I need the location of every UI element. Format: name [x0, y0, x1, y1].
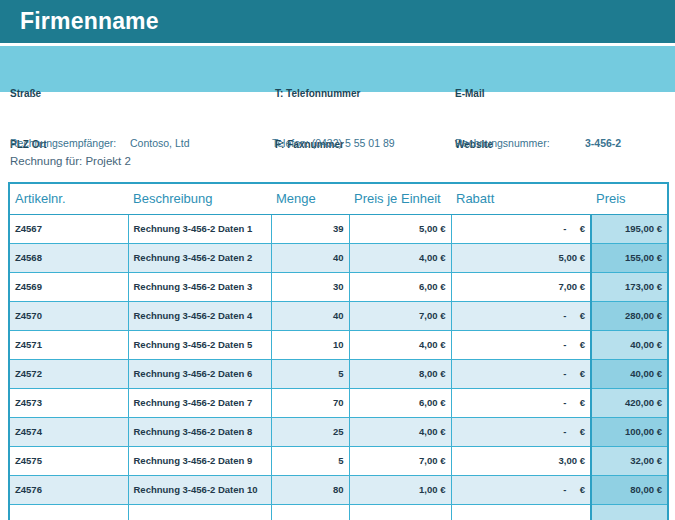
cell-discount: - €: [451, 475, 591, 504]
cell-description: Rechnung 3-456-2 Daten 6: [128, 359, 271, 388]
col-header-description: Beschreibung: [128, 183, 271, 214]
cell-item-number: Z4575: [9, 446, 128, 475]
cell-description: Rechnung 3-456-2 Daten 7: [128, 388, 271, 417]
cell-price: 40,00 €: [591, 330, 668, 359]
cell-unit-price: 4,00 €: [349, 243, 451, 272]
cell-price: 100,00 €: [591, 417, 668, 446]
col-header-unit-price: Preis je Einheit: [349, 183, 451, 214]
invoice-number-label: Rechnungsnummer:: [455, 133, 550, 153]
col-header-item-number: Artikelnr.: [9, 183, 128, 214]
cell-quantity: 39: [271, 214, 349, 243]
recipient-phone-line: Telefon: (0432) 5 55 01 89: [272, 133, 457, 153]
cell-item-number: Z4568: [9, 243, 128, 272]
invoice-for-label: Rechnung für:: [10, 155, 85, 167]
cell-unit-price: 7,00 €: [349, 301, 451, 330]
table-row: Z4572Rechnung 3-456-2 Daten 658,00 €- €4…: [9, 359, 668, 388]
cell-price: 80,00 €: [591, 475, 668, 504]
table-row: Z4573Rechnung 3-456-2 Daten 7706,00 €- €…: [9, 388, 668, 417]
cell-quantity: 5: [271, 359, 349, 388]
cell-item-number: Z4572: [9, 359, 128, 388]
cell-description: Rechnung 3-456-2 Daten 1: [128, 214, 271, 243]
cell-price: 195,00 €: [591, 214, 668, 243]
cell-unit-price: 7,00 €: [349, 446, 451, 475]
cell-price: 32,00 €: [591, 446, 668, 475]
cell-unit-price: 1,00 €: [349, 475, 451, 504]
cell-item-number: Z4574: [9, 417, 128, 446]
invoice-table-body: Z4567Rechnung 3-456-2 Daten 1395,00 €- €…: [9, 214, 668, 520]
cell-discount: - €: [451, 214, 591, 243]
cell-discount: - €: [451, 417, 591, 446]
table-row: Z4569Rechnung 3-456-2 Daten 3306,00 €7,0…: [9, 272, 668, 301]
cell-discount: 3,00 €: [451, 446, 591, 475]
cell-item-number: Z4570: [9, 301, 128, 330]
cell-discount: - €: [451, 301, 591, 330]
cell-description: Rechnung 3-456-2 Daten 5: [128, 330, 271, 359]
col-header-quantity: Menge: [271, 183, 349, 214]
cell-quantity: 10: [271, 330, 349, 359]
recipient-label: Rechnungsempfänger:: [10, 133, 116, 153]
cell-unit-price: 8,00 €: [349, 359, 451, 388]
invoice-number-value: 3-456-2: [585, 133, 621, 153]
cell-quantity: [271, 504, 349, 520]
cell-description: Rechnung 3-456-2 Daten 10: [128, 475, 271, 504]
company-header-band: Firmenname: [0, 0, 675, 43]
table-row: Z4571Rechnung 3-456-2 Daten 5104,00 €- €…: [9, 330, 668, 359]
cell-discount: 5,00 €: [451, 243, 591, 272]
invoice-for-line: Rechnung für: Projekt 2: [10, 155, 131, 167]
cell-price: 420,00 €: [591, 388, 668, 417]
table-row: Z4576Rechnung 3-456-2 Daten 10801,00 €- …: [9, 475, 668, 504]
cell-quantity: 25: [271, 417, 349, 446]
cell-quantity: 40: [271, 301, 349, 330]
company-name: Firmenname: [20, 8, 159, 35]
cell-description: Rechnung 3-456-2 Daten 9: [128, 446, 271, 475]
cell-discount: - €: [451, 330, 591, 359]
cell-quantity: 80: [271, 475, 349, 504]
cell-quantity: 40: [271, 243, 349, 272]
cell-unit-price: 5,00 €: [349, 214, 451, 243]
cell-quantity: 30: [271, 272, 349, 301]
table-row: Z4574Rechnung 3-456-2 Daten 8254,00 €- €…: [9, 417, 668, 446]
cell-description: Rechnung 3-456-2 Daten 4: [128, 301, 271, 330]
table-row: Z4570Rechnung 3-456-2 Daten 4407,00 €- €…: [9, 301, 668, 330]
cell-description: Rechnung 3-456-2 Daten 8: [128, 417, 271, 446]
cell-unit-price: 4,00 €: [349, 330, 451, 359]
cell-unit-price: 4,00 €: [349, 417, 451, 446]
cell-description: [128, 504, 271, 520]
cell-unit-price: 6,00 €: [349, 388, 451, 417]
cell-price: 280,00 €: [591, 301, 668, 330]
cell-discount: - €: [451, 388, 591, 417]
cell-item-number: Z4569: [9, 272, 128, 301]
cell-price: [591, 504, 668, 520]
table-row: [9, 504, 668, 520]
cell-discount: [451, 504, 591, 520]
col-header-price: Preis: [591, 183, 668, 214]
cell-item-number: Z4567: [9, 214, 128, 243]
cell-discount: 7,00 €: [451, 272, 591, 301]
invoice-table-header: Artikelnr. Beschreibung Menge Preis je E…: [9, 183, 668, 214]
cell-quantity: 70: [271, 388, 349, 417]
cell-unit-price: [349, 504, 451, 520]
cell-description: Rechnung 3-456-2 Daten 3: [128, 272, 271, 301]
cell-item-number: [9, 504, 128, 520]
invoice-items-table: Artikelnr. Beschreibung Menge Preis je E…: [8, 182, 669, 520]
table-row: Z4567Rechnung 3-456-2 Daten 1395,00 €- €…: [9, 214, 668, 243]
contact-band: Straße PLZ Ort T: Telefonnummer F: Faxnu…: [0, 46, 675, 92]
recipient-name: Contoso, Ltd: [130, 133, 247, 153]
cell-description: Rechnung 3-456-2 Daten 2: [128, 243, 271, 272]
cell-quantity: 5: [271, 446, 349, 475]
cell-unit-price: 6,00 €: [349, 272, 451, 301]
cell-price: 40,00 €: [591, 359, 668, 388]
cell-item-number: Z4576: [9, 475, 128, 504]
table-row: Z4568Rechnung 3-456-2 Daten 2404,00 €5,0…: [9, 243, 668, 272]
cell-item-number: Z4571: [9, 330, 128, 359]
invoice-for-value: Projekt 2: [85, 155, 130, 167]
table-row: Z4575Rechnung 3-456-2 Daten 957,00 €3,00…: [9, 446, 668, 475]
header-row: Artikelnr. Beschreibung Menge Preis je E…: [9, 183, 668, 214]
cell-item-number: Z4573: [9, 388, 128, 417]
col-header-discount: Rabatt: [451, 183, 591, 214]
cell-price: 155,00 €: [591, 243, 668, 272]
cell-price: 173,00 €: [591, 272, 668, 301]
cell-discount: - €: [451, 359, 591, 388]
